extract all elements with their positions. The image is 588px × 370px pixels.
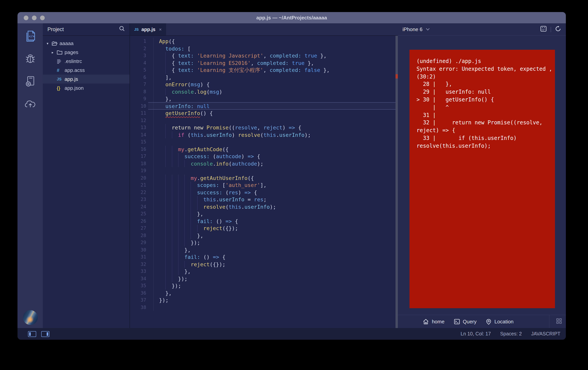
simulator-panel: iPhone 6 bbox=[398, 23, 566, 328]
error-line: 28 | }, bbox=[417, 81, 548, 88]
indent-setting[interactable]: Spaces: 2 bbox=[500, 331, 522, 337]
code-line-1[interactable]: 1App({ bbox=[130, 38, 398, 45]
code-line-29[interactable]: 29 }); bbox=[130, 239, 398, 246]
cursor-position[interactable]: Ln 10, Col: 17 bbox=[461, 331, 491, 337]
code-line-24[interactable]: 24 resolve(this.userInfo); bbox=[130, 203, 398, 210]
code-line-38[interactable]: 38 bbox=[130, 304, 398, 311]
grid-menu-icon[interactable] bbox=[556, 318, 562, 325]
simulator-header: iPhone 6 bbox=[398, 23, 566, 36]
tab-app-js[interactable]: JS app.js × bbox=[130, 23, 166, 35]
code-line-26[interactable]: 26 fail: () => { bbox=[130, 217, 398, 225]
code-line-7[interactable]: 7 onError(msg) { bbox=[130, 81, 398, 88]
simulator-error-screen: (undefined) ./app.jsSyntax error: Unexpe… bbox=[410, 50, 555, 308]
code-line-3[interactable]: 3 { text: 'Learning Javascript', complet… bbox=[130, 52, 398, 59]
error-line: 33 | if (this.userInfo) bbox=[417, 134, 548, 142]
line-number: 4 bbox=[130, 59, 146, 66]
code-line-9[interactable]: 9 }, bbox=[130, 95, 398, 103]
code-line-8[interactable]: 8 console.log(msg) bbox=[130, 88, 398, 95]
code-line-17[interactable]: 17 success: (authcode) => { bbox=[130, 153, 398, 160]
cloud-upload-icon[interactable] bbox=[18, 92, 43, 115]
device-settings-icon[interactable] bbox=[18, 70, 43, 92]
device-selector[interactable]: iPhone 6 bbox=[402, 26, 430, 32]
toggle-left-panel-icon[interactable] bbox=[28, 331, 36, 337]
sidebar-header: Project bbox=[43, 23, 129, 36]
caret-expanded-icon[interactable]: ▾ bbox=[47, 41, 52, 45]
editor-scrollbar[interactable] bbox=[396, 36, 398, 328]
code-line-36[interactable]: 36 }, bbox=[130, 289, 398, 297]
line-number: 13 bbox=[130, 124, 146, 131]
home-icon bbox=[423, 319, 429, 325]
line-number: 29 bbox=[130, 239, 146, 246]
code-line-31[interactable]: 31 fail: () => { bbox=[130, 253, 398, 261]
code-line-34[interactable]: 34 }); bbox=[130, 275, 398, 282]
caret-collapsed-icon[interactable]: ▸ bbox=[52, 50, 57, 54]
code-line-33[interactable]: 33 }, bbox=[130, 268, 398, 275]
line-number: 7 bbox=[130, 81, 146, 88]
error-line: | ^ bbox=[417, 104, 548, 112]
folder-open-icon bbox=[52, 41, 60, 46]
line-number: 37 bbox=[130, 297, 146, 304]
code-line-18[interactable]: 18 console.info(authcode); bbox=[130, 160, 398, 167]
tree-item-aaaaa[interactable]: ▾aaaaa bbox=[43, 39, 129, 48]
code-line-12[interactable]: 12 bbox=[130, 117, 398, 124]
device-frame-icon[interactable] bbox=[540, 25, 547, 33]
code-line-14[interactable]: 14 if (this.userInfo) resolve(this.userI… bbox=[130, 131, 398, 138]
language-mode[interactable]: JAVASCRIPT bbox=[531, 331, 561, 337]
code-line-4[interactable]: 4 { text: 'Learning ES2016', completed: … bbox=[130, 59, 398, 66]
code-line-28[interactable]: 28 }, bbox=[130, 232, 398, 239]
code-line-15[interactable]: 15 bbox=[130, 138, 398, 145]
code-line-13[interactable]: 13 return new Promise((resolve, reject) … bbox=[130, 124, 398, 131]
line-number: 24 bbox=[130, 203, 146, 210]
code-line-27[interactable]: 27 reject({}); bbox=[130, 225, 398, 232]
code-line-6[interactable]: 6 ], bbox=[130, 74, 398, 81]
tree-item-label: app.acss bbox=[64, 67, 85, 73]
refresh-icon[interactable] bbox=[555, 25, 561, 33]
tree-item-app-js[interactable]: JSapp.js bbox=[43, 75, 129, 83]
code-line-21[interactable]: 21 scopes: ['auth_user'], bbox=[130, 182, 398, 189]
line-number: 16 bbox=[130, 145, 146, 153]
code-line-23[interactable]: 23 this.userInfo = res; bbox=[130, 196, 398, 203]
line-number: 22 bbox=[130, 189, 146, 196]
debug-bug-icon[interactable] bbox=[18, 47, 43, 70]
line-number: 10 bbox=[130, 103, 146, 110]
code-line-37[interactable]: 37}); bbox=[130, 297, 398, 304]
tree-item-app-json[interactable]: {}app.json bbox=[43, 83, 129, 92]
code-line-5[interactable]: 5 { text: 'Learning 支付宝小程序', completed: … bbox=[130, 66, 398, 74]
tree-item--eslintrc[interactable]: .eslintrc bbox=[43, 57, 129, 66]
line-number: 32 bbox=[130, 261, 146, 268]
line-number: 35 bbox=[130, 282, 146, 289]
code-editor[interactable]: 1App({2 todos: [3 { text: 'Learning Java… bbox=[130, 36, 398, 328]
home-button[interactable]: home bbox=[423, 319, 444, 325]
user-avatar[interactable] bbox=[23, 310, 38, 325]
project-sidebar: Project ▾aaaaa▸pages.eslintrc#app.acssJS… bbox=[43, 23, 130, 328]
code-line-11[interactable]: 11 getUserInfo() { bbox=[130, 110, 398, 117]
tree-item-app-acss[interactable]: #app.acss bbox=[43, 66, 129, 75]
code-line-20[interactable]: 20 my.getAuthUserInfo({ bbox=[130, 174, 398, 182]
code-line-10[interactable]: 10 userInfo: null bbox=[130, 103, 398, 110]
toggle-right-panel-icon[interactable] bbox=[41, 331, 49, 337]
location-button[interactable]: Location bbox=[486, 319, 514, 325]
js-file-icon: JS bbox=[134, 27, 139, 31]
line-number: 3 bbox=[130, 52, 146, 59]
code-line-32[interactable]: 32 reject({}); bbox=[130, 261, 398, 268]
code-line-2[interactable]: 2 todos: [ bbox=[130, 45, 398, 52]
titlebar: app.js — ~/AntProjects/aaaaa bbox=[18, 12, 566, 23]
code-line-22[interactable]: 22 success: (res) => { bbox=[130, 189, 398, 196]
tree-item-pages[interactable]: ▸pages bbox=[43, 48, 129, 57]
query-button[interactable]: Query bbox=[454, 319, 477, 325]
search-icon[interactable] bbox=[119, 26, 125, 33]
close-tab-icon[interactable]: × bbox=[159, 27, 162, 32]
code-line-25[interactable]: 25 }, bbox=[130, 210, 398, 217]
code-line-35[interactable]: 35 }); bbox=[130, 282, 398, 289]
line-number: 33 bbox=[130, 268, 146, 275]
code-line-19[interactable]: 19 bbox=[130, 167, 398, 174]
line-number: 21 bbox=[130, 182, 146, 189]
code-file-icon[interactable]: </> bbox=[18, 25, 43, 47]
line-number: 1 bbox=[130, 38, 146, 45]
line-number: 11 bbox=[130, 110, 146, 117]
file-tree: ▾aaaaa▸pages.eslintrc#app.acssJSapp.js{}… bbox=[43, 36, 129, 92]
error-line: 31 | bbox=[417, 111, 548, 119]
code-line-30[interactable]: 30 }, bbox=[130, 246, 398, 253]
code-line-16[interactable]: 16 my.getAuthCode({ bbox=[130, 145, 398, 153]
line-number: 36 bbox=[130, 289, 146, 297]
